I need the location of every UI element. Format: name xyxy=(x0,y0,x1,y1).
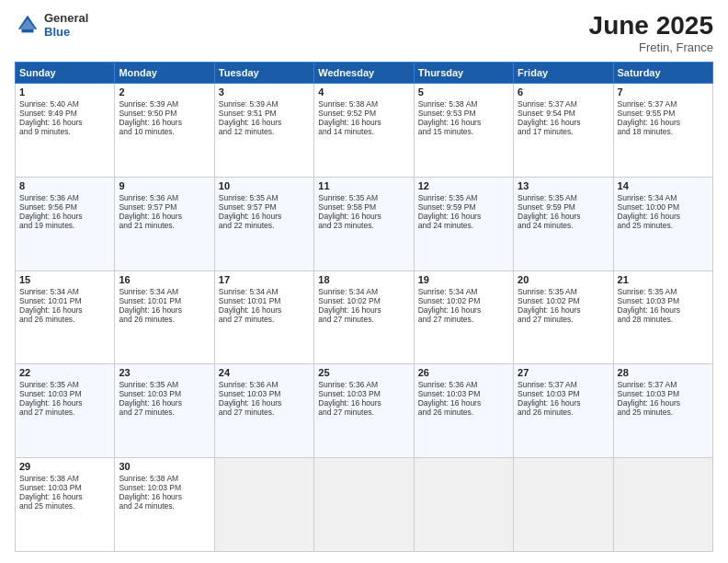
day-info-line: Sunrise: 5:39 AM xyxy=(119,99,210,109)
month-title: June 2025 xyxy=(589,11,713,40)
day-info-line: Sunset: 10:01 PM xyxy=(19,296,110,305)
day-info-line: Sunrise: 5:34 AM xyxy=(418,287,509,296)
page: General Blue June 2025 Fretin, France Su… xyxy=(0,0,728,563)
logo-general-text: General xyxy=(44,11,88,25)
day-info-line: Sunset: 10:02 PM xyxy=(318,296,409,305)
day-number: 30 xyxy=(119,461,210,472)
day-number: 14 xyxy=(618,180,709,191)
day-info-line: Daylight: 16 hours xyxy=(219,305,310,315)
calendar-cell: 27Sunrise: 5:37 AMSunset: 10:03 PMDaylig… xyxy=(514,364,613,458)
calendar-cell xyxy=(314,458,414,552)
day-info-line: Sunset: 10:03 PM xyxy=(418,389,509,398)
day-info-line: Daylight: 16 hours xyxy=(618,118,709,127)
day-number: 22 xyxy=(19,367,110,378)
calendar-cell: 29Sunrise: 5:38 AMSunset: 10:03 PMDaylig… xyxy=(16,458,115,552)
day-number: 26 xyxy=(418,367,509,378)
day-info-line: and 25 minutes. xyxy=(618,408,709,417)
day-info-line: Sunset: 10:03 PM xyxy=(318,389,409,398)
day-info-line: Sunset: 9:59 PM xyxy=(518,202,609,212)
week-row-3: 15Sunrise: 5:34 AMSunset: 10:01 PMDaylig… xyxy=(16,270,713,364)
day-info-line: Daylight: 16 hours xyxy=(119,398,210,408)
day-info-line: Daylight: 16 hours xyxy=(19,212,110,221)
day-info-line: and 26 minutes. xyxy=(418,408,509,417)
day-number: 9 xyxy=(119,180,210,191)
calendar-cell: 7Sunrise: 5:37 AMSunset: 9:55 PMDaylight… xyxy=(613,84,712,178)
day-info-line: Sunrise: 5:35 AM xyxy=(219,193,310,202)
title-block: June 2025 Fretin, France xyxy=(589,11,713,54)
day-info-line: Daylight: 16 hours xyxy=(418,398,509,408)
calendar-cell: 16Sunrise: 5:34 AMSunset: 10:01 PMDaylig… xyxy=(115,270,214,364)
logo: General Blue xyxy=(15,11,88,39)
day-info-line: and 24 minutes. xyxy=(119,501,210,511)
day-info-line: Sunrise: 5:35 AM xyxy=(19,380,110,389)
day-info-line: and 18 minutes. xyxy=(618,127,709,136)
day-info-line: Sunset: 10:03 PM xyxy=(19,389,110,398)
day-info-line: Sunset: 9:51 PM xyxy=(219,109,310,118)
day-info-line: and 24 minutes. xyxy=(518,221,609,230)
day-info-line: Sunset: 9:54 PM xyxy=(518,109,609,118)
day-info-line: Daylight: 16 hours xyxy=(19,305,110,315)
day-number: 8 xyxy=(19,180,110,191)
day-info-line: and 27 minutes. xyxy=(19,408,110,417)
day-info-line: Sunset: 10:03 PM xyxy=(119,483,210,492)
calendar-cell: 11Sunrise: 5:35 AMSunset: 9:58 PMDayligh… xyxy=(314,177,414,270)
day-info-line: and 27 minutes. xyxy=(518,315,609,324)
day-info-line: Sunrise: 5:36 AM xyxy=(119,193,210,202)
svg-rect-2 xyxy=(21,29,33,33)
day-info-line: Daylight: 16 hours xyxy=(318,398,409,408)
day-info-line: and 23 minutes. xyxy=(318,221,409,230)
day-info-line: Sunrise: 5:38 AM xyxy=(19,474,110,483)
day-info-line: Sunrise: 5:34 AM xyxy=(318,287,409,296)
calendar-cell: 23Sunrise: 5:35 AMSunset: 10:03 PMDaylig… xyxy=(115,364,214,458)
calendar-cell: 21Sunrise: 5:35 AMSunset: 10:03 PMDaylig… xyxy=(613,270,712,364)
day-number: 29 xyxy=(19,461,110,472)
week-row-4: 22Sunrise: 5:35 AMSunset: 10:03 PMDaylig… xyxy=(16,364,713,458)
day-number: 12 xyxy=(418,180,509,191)
day-info-line: and 17 minutes. xyxy=(518,127,609,136)
day-info-line: Sunrise: 5:36 AM xyxy=(219,380,310,389)
day-info-line: Sunset: 10:03 PM xyxy=(219,389,310,398)
day-info-line: Sunrise: 5:37 AM xyxy=(518,99,609,109)
day-number: 7 xyxy=(618,86,709,98)
day-number: 2 xyxy=(119,86,210,98)
day-info-line: Sunrise: 5:36 AM xyxy=(19,193,110,202)
day-info-line: Sunrise: 5:35 AM xyxy=(518,193,609,202)
day-info-line: Daylight: 16 hours xyxy=(119,492,210,501)
day-info-line: and 9 minutes. xyxy=(19,127,110,136)
calendar-cell: 6Sunrise: 5:37 AMSunset: 9:54 PMDaylight… xyxy=(514,84,613,178)
week-row-1: 1Sunrise: 5:40 AMSunset: 9:49 PMDaylight… xyxy=(16,84,713,178)
col-header-monday: Monday xyxy=(115,63,214,84)
day-info-line: Sunset: 10:03 PM xyxy=(618,296,709,305)
day-info-line: Sunrise: 5:34 AM xyxy=(119,287,210,296)
day-info-line: and 19 minutes. xyxy=(19,221,110,230)
col-header-wednesday: Wednesday xyxy=(314,63,414,84)
day-info-line: Sunset: 9:57 PM xyxy=(119,202,210,212)
day-number: 10 xyxy=(219,180,310,191)
day-number: 20 xyxy=(518,274,609,285)
day-info-line: and 27 minutes. xyxy=(219,315,310,324)
day-number: 1 xyxy=(19,86,110,98)
day-info-line: and 25 minutes. xyxy=(618,221,709,230)
day-info-line: Daylight: 16 hours xyxy=(119,212,210,221)
calendar-cell xyxy=(214,458,313,552)
calendar-cell: 22Sunrise: 5:35 AMSunset: 10:03 PMDaylig… xyxy=(16,364,115,458)
day-info-line: Daylight: 16 hours xyxy=(418,212,509,221)
day-info-line: Sunset: 9:52 PM xyxy=(318,109,409,118)
day-info-line: Daylight: 16 hours xyxy=(219,118,310,127)
calendar-cell xyxy=(414,458,513,552)
col-header-friday: Friday xyxy=(514,63,613,84)
day-info-line: and 10 minutes. xyxy=(119,127,210,136)
day-info-line: Daylight: 16 hours xyxy=(418,305,509,315)
day-info-line: Sunset: 9:53 PM xyxy=(418,109,509,118)
col-header-sunday: Sunday xyxy=(16,63,115,84)
day-info-line: Sunset: 9:55 PM xyxy=(618,109,709,118)
day-info-line: Sunrise: 5:34 AM xyxy=(219,287,310,296)
calendar-cell: 5Sunrise: 5:38 AMSunset: 9:53 PMDaylight… xyxy=(414,84,513,178)
day-info-line: and 26 minutes. xyxy=(518,408,609,417)
day-info-line: Daylight: 16 hours xyxy=(618,398,709,408)
calendar-header-row: SundayMondayTuesdayWednesdayThursdayFrid… xyxy=(16,63,713,84)
calendar-cell: 15Sunrise: 5:34 AMSunset: 10:01 PMDaylig… xyxy=(16,270,115,364)
day-info-line: Sunrise: 5:34 AM xyxy=(19,287,110,296)
day-info-line: Sunrise: 5:40 AM xyxy=(19,99,110,109)
calendar-cell xyxy=(613,458,712,552)
